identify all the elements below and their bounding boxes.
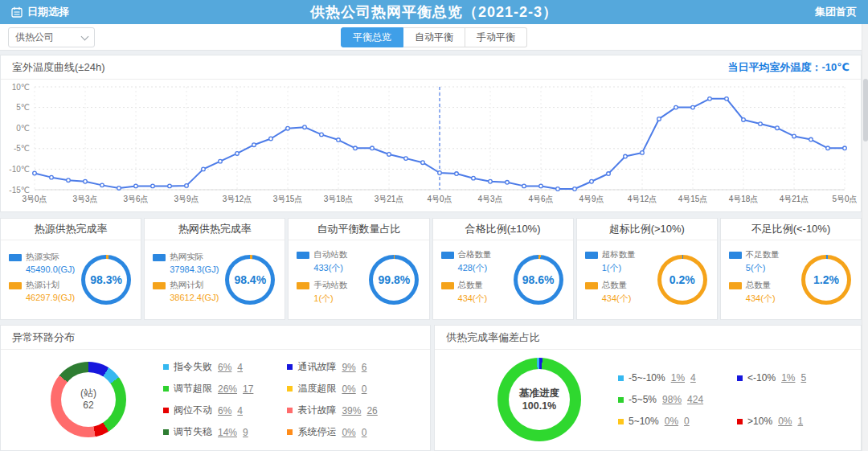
legend-percent-link[interactable]: 9% (342, 362, 355, 373)
legend-item: 指令失败6%4 (163, 356, 253, 378)
legend-item: 调节失稳14%9 (163, 421, 253, 443)
date-picker-button[interactable]: 日期选择 (11, 5, 69, 19)
legend-percent-link[interactable]: 0% (665, 416, 678, 427)
legend-item: 系统停运0%0 (287, 421, 377, 443)
gauge-card: 自动平衡数量占比自动站数433(个)手动站数1(个)99.8% (288, 218, 429, 320)
legend-percent-link[interactable]: 1% (671, 372, 685, 383)
legend-count-link[interactable]: 0 (362, 383, 367, 395)
gauge-card-title: 自动平衡数量占比 (289, 219, 428, 240)
gauge-legend-item: 总数量434(个) (729, 280, 798, 305)
legend-item: 调节超限26%17 (163, 378, 253, 400)
abnormal-loops-center-label: (站) (80, 387, 96, 400)
svg-text:0℃: 0℃ (16, 124, 30, 133)
legend-label: 阀位不动 (174, 404, 212, 417)
legend-percent-link[interactable]: 0% (342, 427, 355, 438)
legend-swatch (153, 282, 166, 289)
gauge-legend-label: 自动站数 (313, 249, 347, 260)
gauge-legend-label: 热源计划 (26, 280, 59, 291)
legend-percent-link[interactable]: 6% (218, 362, 231, 373)
legend-percent-link[interactable]: 6% (218, 405, 231, 416)
tab-自动平衡[interactable]: 自动平衡 (403, 27, 465, 47)
gauge-legend: 合格数量428(个)总数量434(个) (441, 249, 510, 310)
legend-percent-link[interactable]: 14% (218, 427, 237, 438)
legend-count-link[interactable]: 26 (366, 405, 377, 416)
gauge-card: 热网供热完成率热网实际37984.3(GJ)热网计划38612.4(GJ)98.… (144, 218, 285, 320)
tab-手动平衡[interactable]: 手动平衡 (465, 27, 527, 47)
legend-item: 温度超限0%0 (287, 378, 377, 400)
legend-count-link[interactable]: 9 (243, 427, 248, 438)
svg-text:3号18点: 3号18点 (324, 195, 354, 203)
legend-percent-link[interactable]: 0% (342, 383, 355, 395)
legend-item: 阀位不动6%4 (163, 400, 253, 421)
legend-swatch (585, 282, 598, 289)
gauge-legend-row: 热网计划 (153, 280, 222, 291)
gauge-legend-row: 自动站数 (297, 249, 366, 260)
legend-swatch (618, 397, 624, 403)
svg-text:4号21点: 4号21点 (780, 195, 809, 203)
legend-percent-link[interactable]: 1% (781, 372, 795, 383)
legend-label: 调节超限 (174, 382, 212, 396)
gauge-percent: 99.8% (379, 273, 411, 286)
gauge-legend-value: 45490.0(GJ) (26, 264, 78, 274)
legend-percent-link[interactable]: 0% (778, 416, 792, 427)
legend-count-link[interactable]: 4 (237, 362, 243, 373)
gauge-donut-wrap: 99.8% (366, 255, 422, 305)
legend-item: -5~-10%1%4 (618, 367, 703, 389)
svg-text:3号0点: 3号0点 (22, 195, 47, 203)
svg-text:4号18点: 4号18点 (729, 195, 759, 203)
deviation-center-value: 100.1% (519, 400, 559, 412)
gauge-card: 热源供热完成率热源实际45490.0(GJ)热源计划46297.9(GJ)98.… (0, 218, 141, 320)
gauge-card-title: 不足比例(<-10%) (721, 219, 861, 240)
legend-column: -5~-10%1%4-5~5%98%4245~10%0%0 (618, 367, 703, 433)
gauge-percent: 98.6% (522, 273, 555, 286)
legend-percent-link[interactable]: 98% (662, 394, 682, 405)
gauge-legend-label: 合格数量 (458, 249, 492, 260)
legend-count-link[interactable]: 1 (797, 416, 803, 427)
legend-label: 5~10% (628, 416, 659, 427)
legend-label: 温度超限 (297, 382, 336, 396)
legend-count-link[interactable]: 5 (800, 372, 806, 383)
legend-label: 表计故障 (297, 404, 336, 417)
legend-column: 通讯故障9%6温度超限0%0表计故障39%26系统停运0%0 (287, 356, 377, 443)
company-select[interactable]: 供热公司 (8, 27, 95, 47)
gauge-card-body: 热源实际45490.0(GJ)热源计划46297.9(GJ)98.3% (1, 240, 141, 319)
legend-swatch (297, 252, 309, 259)
gauge-card-title: 热源供热完成率 (1, 219, 141, 240)
gauge-card-title: 合格比例(±10%) (433, 219, 573, 240)
abnormal-loops-donut: (站) 62 (51, 362, 126, 437)
gauge-legend-label: 热源实际 (26, 252, 59, 263)
abnormal-loops-center-value: 62 (80, 400, 96, 412)
legend-count-link[interactable]: 4 (237, 405, 243, 416)
gauge-donut: 98.4% (225, 255, 275, 305)
gauge-legend-item: 不足数量5(个) (729, 249, 798, 274)
legend-percent-link[interactable]: 39% (342, 405, 361, 416)
calendar-icon (11, 6, 23, 18)
gauge-donut-wrap: 1.2% (798, 255, 854, 305)
legend-percent-link[interactable]: 26% (218, 383, 237, 395)
gauge-card-body: 不足数量5(个)总数量434(个)1.2% (721, 240, 861, 319)
tab-平衡总览[interactable]: 平衡总览 (341, 27, 403, 47)
gauge-legend-value: 46297.9(GJ) (26, 293, 78, 302)
legend-count-link[interactable]: 424 (687, 394, 703, 405)
gauge-legend-label: 手动站数 (313, 280, 347, 291)
tab-group: 平衡总览自动平衡手动平衡 (341, 27, 527, 47)
legend-label: 调节失稳 (174, 425, 212, 439)
legend-label: >10% (747, 416, 772, 427)
gauge-card-body: 自动站数433(个)手动站数1(个)99.8% (289, 240, 428, 319)
vertical-scrollbar (862, 24, 868, 451)
gauge-legend-item: 热网实际37984.3(GJ) (153, 252, 222, 274)
group-home-link[interactable]: 集团首页 (815, 5, 857, 19)
gauge-percent: 98.3% (90, 273, 122, 286)
legend-count-link[interactable]: 0 (684, 416, 690, 427)
legend-count-link[interactable]: 4 (690, 372, 696, 383)
gauge-donut: 0.2% (657, 255, 707, 305)
gauge-legend-label: 总数量 (602, 280, 628, 291)
scrollbar-thumb[interactable] (863, 79, 868, 141)
legend-count-link[interactable]: 6 (362, 362, 367, 373)
legend-swatch (163, 408, 169, 413)
gauge-donut-wrap: 0.2% (654, 255, 710, 305)
legend-count-link[interactable]: 0 (362, 427, 367, 438)
gauge-legend: 热网实际37984.3(GJ)热网计划38612.4(GJ) (153, 252, 222, 308)
legend-item: <-10%1%5 (737, 367, 806, 389)
legend-count-link[interactable]: 17 (243, 383, 253, 395)
